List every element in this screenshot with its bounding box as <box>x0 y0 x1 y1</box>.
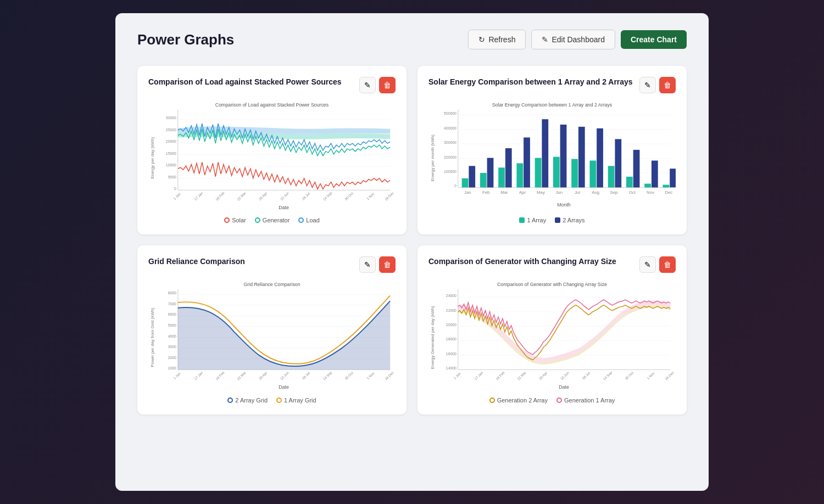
svg-text:Dec: Dec <box>665 190 672 195</box>
svg-text:28 Jul: 28 Jul <box>581 371 591 380</box>
delete-chart-4-button[interactable]: 🗑 <box>659 256 676 273</box>
svg-text:20000: 20000 <box>166 139 176 143</box>
svg-text:Jun: Jun <box>555 190 563 195</box>
chart-actions-4: ✎ 🗑 <box>639 256 676 273</box>
svg-rect-47 <box>487 158 494 188</box>
svg-text:5000: 5000 <box>168 175 176 179</box>
chart-card-3: Grid Reliance Comparison ✎ 🗑 Grid Relian… <box>137 245 407 414</box>
svg-text:300000: 300000 <box>444 141 456 144</box>
legend-load-icon <box>298 217 304 223</box>
svg-rect-66 <box>663 185 670 188</box>
svg-text:22 Mar: 22 Mar <box>236 191 247 201</box>
svg-text:Nov: Nov <box>647 190 654 195</box>
chart-svg-2: Solar Energy Comparison between 1 Array … <box>428 99 676 211</box>
svg-text:28 Jul: 28 Jul <box>301 192 310 201</box>
delete-chart-3-button[interactable]: 🗑 <box>379 256 396 273</box>
legend-solar-icon <box>224 217 230 223</box>
svg-text:Solar Energy Comparison betwee: Solar Energy Comparison between 1 Array … <box>492 102 613 108</box>
svg-text:Aug: Aug <box>592 190 599 195</box>
edit-dashboard-button[interactable]: ✎ Edit Dashboard <box>531 30 615 49</box>
legend-solar: Solar <box>224 217 246 223</box>
svg-text:16000: 16000 <box>446 352 456 356</box>
legend-load: Load <box>298 217 319 223</box>
svg-text:19 Dec: 19 Dec <box>384 191 394 201</box>
svg-text:Jan: Jan <box>464 190 471 195</box>
main-container: Power Graphs ↻ Refresh ✎ Edit Dashboard … <box>115 13 709 491</box>
svg-rect-59 <box>597 128 603 188</box>
legend-gen2array: Generation 2 Array <box>489 397 548 404</box>
chart-header-2: Solar Energy Comparison between 1 Array … <box>428 77 676 93</box>
svg-text:26 Apr: 26 Apr <box>258 191 269 201</box>
delete-chart-1-button[interactable]: 🗑 <box>379 77 396 93</box>
svg-rect-61 <box>615 139 621 187</box>
chart-actions-1: ✎ 🗑 <box>359 77 396 93</box>
svg-text:14000: 14000 <box>446 367 456 371</box>
svg-text:28 Jul: 28 Jul <box>301 371 310 380</box>
svg-text:Mar: Mar <box>500 190 508 195</box>
delete-chart-2-button[interactable]: 🗑 <box>659 77 676 93</box>
svg-rect-55 <box>560 125 567 187</box>
svg-text:30 Oct: 30 Oct <box>344 191 354 201</box>
svg-rect-60 <box>608 166 615 187</box>
svg-rect-67 <box>670 169 676 187</box>
svg-text:5000: 5000 <box>168 323 176 327</box>
edit-chart-3-button[interactable]: ✎ <box>359 256 376 273</box>
edit-chart-2-button[interactable]: ✎ <box>639 77 656 93</box>
svg-text:Comparison of Load against Sta: Comparison of Load against Stacked Power… <box>215 102 329 108</box>
svg-text:Date: Date <box>279 384 289 390</box>
pencil-icon: ✎ <box>542 35 548 44</box>
svg-rect-65 <box>652 160 658 187</box>
svg-text:10 Jun: 10 Jun <box>559 371 570 381</box>
svg-text:24000: 24000 <box>446 294 456 298</box>
svg-text:500000: 500000 <box>444 111 456 115</box>
svg-text:19 Dec: 19 Dec <box>384 371 394 381</box>
svg-text:100000: 100000 <box>444 170 456 173</box>
svg-text:8000: 8000 <box>168 292 176 295</box>
legend-gen1array-icon <box>556 397 562 403</box>
legend-generator-icon <box>255 217 260 223</box>
svg-text:1 Jan: 1 Jan <box>453 371 461 380</box>
svg-text:400000: 400000 <box>444 126 456 130</box>
refresh-icon: ↻ <box>478 35 485 44</box>
svg-text:18 Feb: 18 Feb <box>215 191 225 201</box>
svg-text:1 Nov: 1 Nov <box>366 191 375 200</box>
svg-rect-50 <box>516 163 523 187</box>
svg-text:Date: Date <box>559 384 569 390</box>
svg-rect-57 <box>578 127 585 188</box>
svg-text:30 Oct: 30 Oct <box>624 371 634 380</box>
svg-text:10 Jun: 10 Jun <box>279 371 289 381</box>
svg-text:30 Oct: 30 Oct <box>344 371 354 380</box>
svg-text:Apr: Apr <box>519 190 526 195</box>
svg-rect-49 <box>505 148 512 187</box>
chart-area-1: Comparison of Load against Stacked Power… <box>148 99 396 223</box>
chart-legend-4: Generation 2 Array Generation 1 Array <box>428 397 676 404</box>
chart-card-1: Comparison of Load against Stacked Power… <box>137 66 407 234</box>
edit-chart-1-button[interactable]: ✎ <box>359 77 376 93</box>
svg-rect-58 <box>589 160 596 187</box>
svg-text:22000: 22000 <box>446 309 456 312</box>
svg-text:17 Jan: 17 Jan <box>193 191 204 201</box>
svg-text:Feb: Feb <box>482 190 490 195</box>
legend-2array-grid: 2 Array Grid <box>227 397 268 404</box>
page-title: Power Graphs <box>137 31 234 48</box>
svg-text:1 Jan: 1 Jan <box>172 192 181 200</box>
svg-text:14 Sep: 14 Sep <box>322 191 333 201</box>
svg-text:1 Nov: 1 Nov <box>646 371 655 380</box>
chart-area-3: Grid Reliance Comparison Power per day f… <box>148 278 396 403</box>
svg-text:Grid Reliance Comparison: Grid Reliance Comparison <box>243 282 300 287</box>
svg-text:Jul: Jul <box>575 190 580 195</box>
svg-text:3000: 3000 <box>168 345 176 349</box>
chart-title-3: Grid Reliance Comparison <box>148 256 245 266</box>
create-chart-button[interactable]: Create Chart <box>621 30 687 49</box>
header-actions: ↻ Refresh ✎ Edit Dashboard Create Chart <box>468 30 687 49</box>
svg-text:17 Jan: 17 Jan <box>193 371 204 381</box>
edit-chart-4-button[interactable]: ✎ <box>639 256 656 273</box>
charts-grid: Comparison of Load against Stacked Power… <box>137 66 687 415</box>
legend-2arrays: 2 Arrays <box>555 217 584 223</box>
svg-text:Month: Month <box>557 202 571 208</box>
svg-text:22 Mar: 22 Mar <box>236 371 247 381</box>
svg-text:25000: 25000 <box>166 128 176 132</box>
svg-text:20000: 20000 <box>446 323 456 327</box>
svg-text:26 Apr: 26 Apr <box>258 371 269 382</box>
refresh-button[interactable]: ↻ Refresh <box>468 30 526 49</box>
